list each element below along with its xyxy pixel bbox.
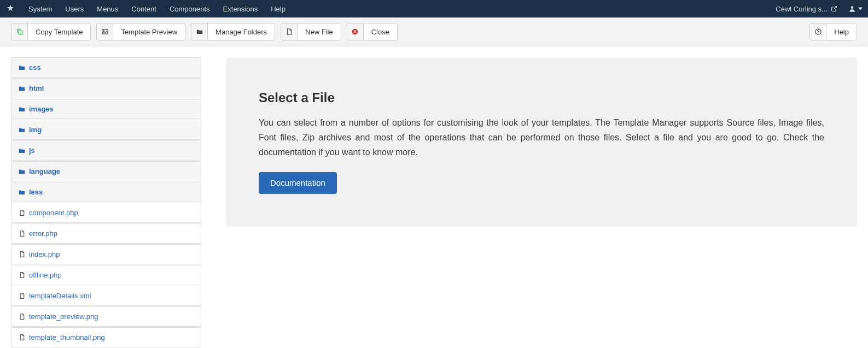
folder-label: images: [29, 105, 54, 113]
folder-icon: [191, 23, 208, 40]
folder-icon: [18, 105, 26, 113]
site-link[interactable]: Cewl Curling s...: [776, 5, 837, 13]
folder-icon: [18, 64, 26, 72]
content-area: Select a File You can select from a numb…: [226, 57, 857, 227]
external-link-icon: [831, 5, 837, 12]
copy-template-label: Copy Template: [28, 23, 90, 40]
file-label: error.php: [29, 229, 57, 238]
copy-template-button[interactable]: Copy Template: [11, 23, 91, 40]
close-button[interactable]: Close: [347, 23, 398, 40]
svg-line-0: [834, 7, 837, 10]
file-icon: [18, 313, 26, 321]
manage-folders-label: Manage Folders: [208, 23, 275, 40]
nav-users[interactable]: Users: [59, 0, 90, 17]
file-label: component.php: [29, 209, 78, 217]
folder-item[interactable]: language: [11, 161, 201, 181]
file-item[interactable]: error.php: [11, 223, 201, 244]
manage-folders-button[interactable]: Manage Folders: [191, 23, 275, 40]
help-label: Help: [826, 23, 857, 40]
folder-item[interactable]: img: [11, 120, 201, 140]
file-icon: [18, 292, 26, 300]
file-item[interactable]: offline.php: [11, 265, 201, 285]
nav-components[interactable]: Components: [163, 0, 217, 17]
folder-icon: [18, 147, 26, 155]
caret-down-icon: [858, 7, 863, 11]
svg-point-1: [851, 6, 854, 9]
folder-item[interactable]: less: [11, 182, 201, 202]
file-item[interactable]: index.php: [11, 244, 201, 264]
top-navbar: System Users Menus Content Components Ex…: [0, 0, 868, 17]
help-icon: [810, 23, 826, 40]
folder-item[interactable]: css: [11, 57, 201, 78]
main-area: css html images img js language less c: [0, 46, 868, 348]
template-preview-label: Template Preview: [113, 23, 185, 40]
user-menu[interactable]: [842, 5, 863, 13]
folder-label: css: [29, 63, 41, 72]
template-preview-button[interactable]: Template Preview: [96, 23, 185, 40]
file-icon: [18, 272, 26, 279]
folder-icon: [18, 168, 26, 175]
folder-icon: [18, 126, 26, 134]
file-label: index.php: [29, 250, 60, 258]
folder-icon: [18, 85, 26, 92]
file-icon: [18, 209, 26, 217]
topnav-left: System Users Menus Content Components Ex…: [5, 0, 292, 17]
documentation-button[interactable]: Documentation: [259, 172, 337, 194]
svg-point-7: [818, 33, 818, 34]
folder-icon: [18, 188, 26, 196]
nav-system[interactable]: System: [22, 0, 59, 17]
folder-item[interactable]: images: [11, 99, 201, 119]
folder-label: html: [29, 84, 44, 92]
site-name-label: Cewl Curling s...: [776, 5, 828, 13]
folder-item[interactable]: html: [11, 78, 201, 98]
cancel-icon: [347, 23, 364, 40]
folder-item[interactable]: js: [11, 140, 201, 161]
file-item[interactable]: templateDetails.xml: [11, 286, 201, 306]
file-item[interactable]: template_thumbnail.png: [11, 327, 201, 347]
file-label: templateDetails.xml: [29, 292, 91, 300]
file-label: template_preview.png: [29, 312, 98, 321]
new-file-label: New File: [298, 23, 341, 40]
file-item[interactable]: template_preview.png: [11, 306, 201, 327]
folder-label: js: [29, 146, 35, 155]
copy-icon: [11, 23, 28, 40]
nav-help[interactable]: Help: [264, 0, 292, 17]
close-label: Close: [364, 23, 397, 40]
file-tree: css html images img js language less c: [11, 57, 201, 348]
help-button[interactable]: Help: [809, 23, 857, 40]
user-icon: [848, 5, 856, 13]
folder-label: img: [29, 126, 42, 134]
nav-menus[interactable]: Menus: [90, 0, 125, 17]
topnav-right: Cewl Curling s...: [776, 5, 863, 13]
svg-rect-2: [19, 31, 22, 34]
file-icon: [18, 230, 26, 238]
new-file-button[interactable]: New File: [281, 23, 341, 40]
file-label: template_thumbnail.png: [29, 333, 105, 341]
joomla-logo-icon[interactable]: [5, 4, 15, 14]
toolbar: Copy Template Template Preview Manage Fo…: [0, 17, 868, 46]
nav-extensions[interactable]: Extensions: [217, 0, 265, 17]
folder-label: language: [29, 167, 60, 175]
intro-well: Select a File You can select from a numb…: [226, 57, 857, 227]
file-icon: [281, 23, 298, 40]
page-description: You can select from a number of options …: [259, 115, 824, 160]
file-icon: [18, 334, 26, 341]
page-title: Select a File: [259, 90, 824, 105]
file-label: offline.php: [29, 271, 62, 279]
file-icon: [18, 251, 26, 258]
nav-content[interactable]: Content: [125, 0, 163, 17]
folder-label: less: [29, 188, 43, 196]
image-icon: [97, 23, 113, 40]
file-item[interactable]: component.php: [11, 203, 201, 223]
